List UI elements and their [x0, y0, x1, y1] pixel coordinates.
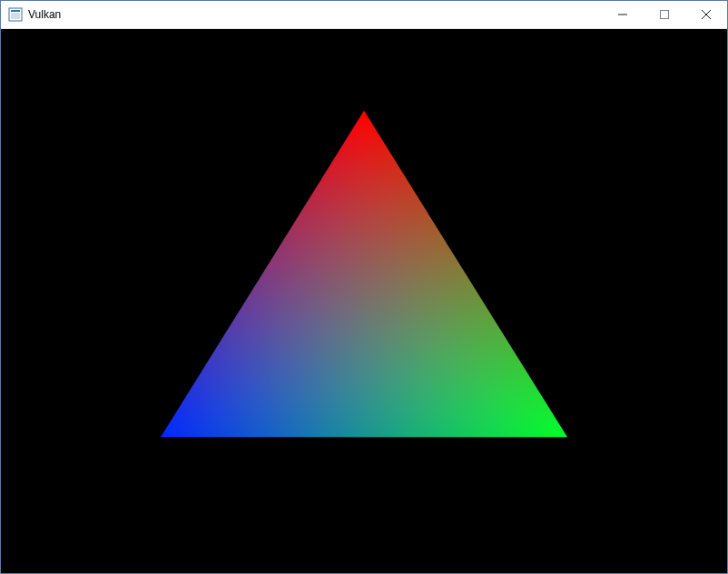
window-title: Vulkan [28, 8, 61, 21]
app-icon [8, 7, 23, 22]
svg-rect-3 [618, 15, 627, 15]
titlebar[interactable]: Vulkan [1, 1, 727, 29]
maximize-button[interactable] [644, 1, 685, 28]
minimize-icon [618, 10, 627, 19]
window-controls [602, 1, 727, 28]
client-area [1, 29, 727, 573]
close-icon [702, 10, 711, 19]
svg-rect-2 [11, 13, 20, 19]
app-window: Vulkan [0, 0, 728, 574]
render-surface [1, 29, 727, 573]
svg-rect-4 [661, 11, 669, 19]
svg-rect-1 [11, 10, 20, 12]
minimize-button[interactable] [602, 1, 644, 28]
close-button[interactable] [685, 1, 727, 28]
svg-marker-8 [161, 111, 567, 437]
maximize-icon [660, 10, 669, 19]
